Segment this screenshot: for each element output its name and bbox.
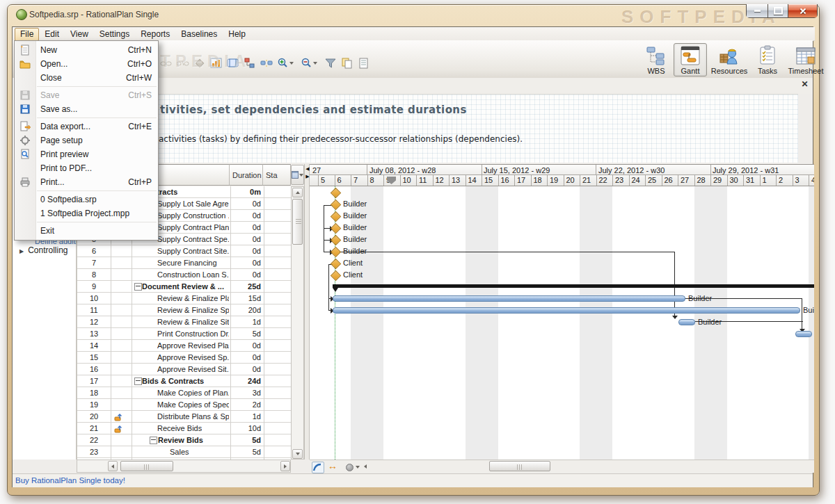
scroll-down-button[interactable] [292, 449, 303, 459]
vscroll-thumb[interactable] [292, 199, 303, 245]
menu-item-shortcut: Ctrl+O [127, 59, 152, 69]
view-button-tasks[interactable]: Tasks [752, 43, 784, 76]
pan-icon[interactable]: ↔ [328, 460, 337, 471]
table-vscrollbar[interactable] [291, 186, 304, 460]
table-row[interactable]: 19Make Copies of Spec...2d [77, 399, 291, 411]
scroll-right-button[interactable] [280, 461, 290, 471]
milestone-icon[interactable] [330, 270, 341, 282]
view-button-gantt[interactable]: Gantt [674, 43, 707, 76]
gantt-hscrollbar[interactable] [372, 461, 811, 472]
day-cell: 6 [335, 175, 351, 186]
small-left-icon[interactable] [364, 464, 367, 469]
split-icon[interactable] [260, 57, 273, 70]
table-row[interactable]: 13Print Construction Dr...5d [77, 328, 291, 340]
column-header-sta[interactable]: Sta [263, 164, 291, 186]
collapsed-arrow-icon[interactable]: ▶ [19, 248, 24, 254]
menu-file[interactable]: File [15, 28, 39, 41]
task-name: Receive Bids [157, 424, 202, 432]
table-row[interactable]: 16Approve Revised Sit...0d [77, 364, 291, 375]
milestone-icon[interactable] [330, 247, 341, 258]
filter-icon[interactable] [324, 57, 337, 70]
milestone-icon[interactable] [330, 211, 341, 222]
chevron-down-icon[interactable] [313, 62, 317, 65]
sidebar-item-controlling[interactable]: ▶Controlling [19, 245, 68, 255]
table-gantt-splitter[interactable] [304, 164, 310, 460]
menu-settings[interactable]: Settings [94, 28, 135, 41]
menu-edit[interactable]: Edit [39, 28, 65, 41]
menu-help[interactable]: Help [223, 28, 251, 41]
table-row[interactable]: 22Review Bids5d [77, 434, 291, 446]
task-bar[interactable] [678, 319, 695, 325]
notes-icon[interactable] [358, 57, 370, 70]
file-menu-item-print[interactable]: Print...Ctrl+P [15, 175, 158, 189]
milestone-icon[interactable] [330, 235, 341, 246]
milestone-icon[interactable] [330, 259, 341, 270]
view-button-timesheet[interactable]: Timesheet [785, 43, 827, 76]
column-chooser-button[interactable] [291, 165, 304, 185]
row-number: 15 [77, 353, 111, 361]
file-menu-item-0-softpedia-srp[interactable]: 0 Softpedia.srp [15, 193, 158, 206]
timescale-button[interactable] [312, 462, 324, 473]
scroll-left-button[interactable] [108, 461, 118, 471]
status-message[interactable]: Buy RationalPlan Single today! [15, 476, 125, 485]
minimize-button[interactable] [746, 4, 768, 18]
expander-icon[interactable] [134, 377, 142, 385]
table-row[interactable]: 10Review & Finalize Pla...15d [77, 293, 291, 304]
file-menu-item-save-as[interactable]: Save as... [15, 102, 158, 116]
expander-icon[interactable] [134, 283, 142, 291]
zoom-out-icon[interactable] [301, 57, 313, 70]
scroll-up-button[interactable] [292, 188, 303, 197]
file-menu-item-print-preview[interactable]: Print preview [15, 147, 158, 161]
table-row[interactable]: 6Supply Contract Site...0d [77, 245, 291, 257]
file-menu-item-exit[interactable]: Exit [15, 224, 158, 238]
zoom-level-icon[interactable] [346, 464, 353, 471]
copy-icon[interactable] [341, 57, 353, 70]
chevron-down-icon[interactable] [289, 62, 294, 65]
table-row[interactable]: 7Secure Financing0d [77, 257, 291, 269]
file-menu-item-1-softpedia-project-mpp[interactable]: 1 Softpedia Project.mpp [15, 206, 158, 220]
view-button-wbs[interactable]: WBS [640, 43, 672, 76]
expander-icon[interactable] [150, 437, 157, 444]
task-duration: 5d [230, 448, 261, 456]
task-bar[interactable] [333, 307, 800, 314]
menu-baselines[interactable]: Baselines [175, 28, 223, 41]
view-button-resources[interactable]: Resources [708, 43, 750, 76]
file-menu-item-new[interactable]: NewCtrl+N [15, 43, 158, 57]
milestone-icon[interactable] [330, 223, 341, 234]
file-menu-item-data-export[interactable]: Data export...Ctrl+E [15, 120, 158, 133]
file-menu-item-open[interactable]: Open...Ctrl+O [15, 57, 158, 71]
close-button[interactable] [788, 4, 818, 18]
task-bar[interactable] [795, 331, 812, 337]
table-row[interactable]: 15Approve Revised Sp...0d [77, 352, 291, 364]
table-row[interactable]: 21Receive Bids10d [77, 423, 291, 434]
file-menu-item-print-to-pdf[interactable]: Print to PDF... [15, 161, 158, 175]
table-row[interactable]: 9Document Review & ...25d [77, 281, 291, 293]
table-row[interactable]: 23Sales5d [77, 446, 291, 458]
resources-icon [719, 45, 740, 66]
table-row[interactable]: 14Approve Revised Pla...0d [77, 340, 291, 352]
table-row[interactable]: 18Make Copies of Plan...3d [77, 387, 291, 399]
table-row[interactable]: 12Review & Finalize Sit...1d [77, 316, 291, 328]
summary-bar[interactable] [333, 284, 814, 288]
file-menu-item-page-setup[interactable]: Page setup [15, 133, 158, 147]
table-row[interactable]: 20Distribute Plans & Sp...1d [77, 411, 291, 423]
table-row[interactable]: 17Bids & Contracts24d [77, 375, 291, 387]
gantt-hscroll-thumb[interactable] [489, 461, 550, 471]
file-menu-item-close[interactable]: CloseCtrl+W [15, 71, 158, 85]
maximize-button[interactable] [768, 4, 788, 18]
column-header-duration[interactable]: Duration [230, 164, 263, 186]
table-hscrollbar[interactable] [77, 460, 291, 473]
menu-reports[interactable]: Reports [135, 28, 175, 41]
task-bar[interactable] [333, 295, 685, 302]
table-row[interactable]: 8Construction Loan S...0d [77, 269, 291, 281]
help-close-icon[interactable]: ✕ [800, 79, 810, 90]
milestone-icon[interactable] [330, 188, 341, 199]
table-row[interactable]: 11Review & Finalize Sp...20d [77, 304, 291, 316]
menu-view[interactable]: View [65, 28, 94, 41]
milestone-icon[interactable] [330, 200, 341, 211]
zoom-in-icon[interactable] [277, 57, 289, 70]
menu-item-shortcut: Ctrl+S [128, 90, 152, 100]
row-number: 17 [77, 377, 111, 385]
hscroll-thumb[interactable] [120, 461, 173, 471]
chevron-down-icon[interactable] [356, 466, 360, 469]
